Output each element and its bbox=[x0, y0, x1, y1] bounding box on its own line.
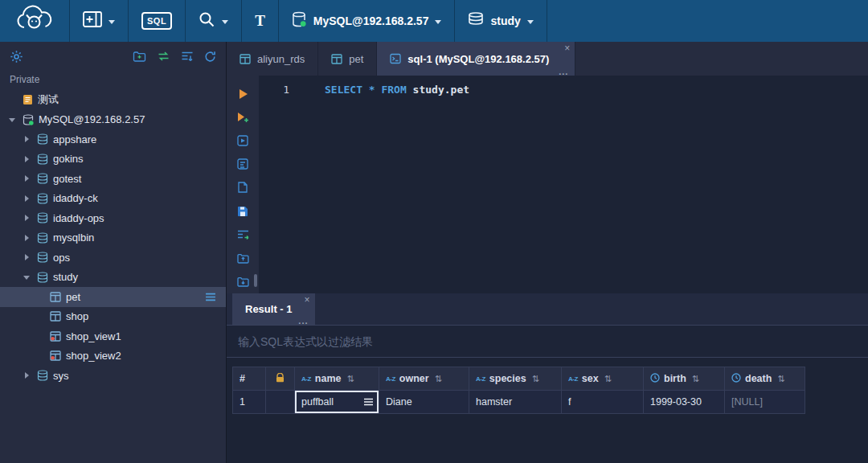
column-header-species[interactable]: A-Zspecies⇅ bbox=[469, 367, 562, 391]
run-file-icon[interactable] bbox=[227, 129, 259, 152]
database-selector[interactable]: study bbox=[455, 0, 546, 42]
tree-item-gotest[interactable]: gotest bbox=[0, 169, 226, 189]
cell-name[interactable]: puffball bbox=[295, 391, 379, 414]
tree-item-label: study bbox=[53, 271, 78, 283]
database-icon bbox=[37, 173, 48, 184]
chevron-right-icon[interactable] bbox=[21, 252, 32, 263]
tree-item-study[interactable]: study bbox=[0, 268, 226, 288]
explain-plan-icon[interactable] bbox=[227, 153, 259, 176]
tree-item-label: pet bbox=[66, 291, 80, 303]
column-header-birth[interactable]: birth⇅ bbox=[644, 367, 725, 391]
chevron-right-icon[interactable] bbox=[21, 193, 32, 204]
tab-sql-1[interactable]: sql-1 (MySQL@192.168.2.57) × ... bbox=[377, 42, 575, 76]
sql-star: * bbox=[369, 84, 375, 96]
run-icon[interactable] bbox=[227, 82, 259, 105]
tree-item-idaddy-ck[interactable]: idaddy-ck bbox=[0, 189, 226, 209]
column-header-owner[interactable]: A-Zowner⇅ bbox=[379, 367, 469, 391]
az-sort-icon: A-Z bbox=[386, 375, 395, 383]
result-tabbar: Result - 1 × ... bbox=[227, 293, 868, 325]
new-sql-button[interactable]: SQL bbox=[129, 0, 185, 42]
run-new-tab-icon[interactable] bbox=[227, 105, 259, 129]
cell-birth[interactable]: 1999-03-30 bbox=[644, 391, 725, 414]
app-logo[interactable] bbox=[0, 0, 69, 42]
tree-item-shop[interactable]: shop bbox=[0, 307, 226, 327]
table-row[interactable]: 1 puffball Diane hamster f 1999-03-30 [N… bbox=[233, 391, 805, 414]
collapse-all-icon[interactable] bbox=[181, 51, 194, 62]
lock-header[interactable] bbox=[266, 367, 295, 391]
tree-item-shop-view1[interactable]: shop_view1 bbox=[0, 326, 226, 346]
tree-item-shop-view2[interactable]: shop_view2 bbox=[0, 346, 226, 367]
chevron-placeholder bbox=[6, 94, 18, 105]
refresh-icon[interactable] bbox=[204, 51, 216, 63]
tree-item-idaddy-ops[interactable]: idaddy-ops bbox=[0, 208, 226, 228]
column-header-sex[interactable]: A-Zsex⇅ bbox=[562, 367, 644, 391]
sort-icon[interactable]: ⇅ bbox=[692, 374, 699, 384]
sidebar-toolbar bbox=[0, 42, 226, 71]
sort-icon[interactable]: ⇅ bbox=[435, 374, 442, 384]
tab-aliyun-rds[interactable]: aliyun_rds bbox=[227, 42, 318, 76]
sort-icon[interactable]: ⇅ bbox=[604, 374, 612, 384]
new-window-button[interactable] bbox=[70, 0, 128, 42]
cell-menu-icon[interactable] bbox=[363, 398, 374, 406]
sort-icon[interactable]: ⇅ bbox=[346, 374, 354, 384]
tree-item-gokins[interactable]: gokins bbox=[0, 150, 226, 170]
scrollbar-thumb[interactable] bbox=[254, 274, 257, 287]
chevron-right-icon[interactable] bbox=[21, 232, 32, 244]
tree-item-mysqlbin[interactable]: mysqlbin bbox=[0, 228, 226, 248]
tree-item-sys[interactable]: sys bbox=[0, 366, 226, 386]
sort-icon[interactable]: ⇅ bbox=[777, 374, 784, 384]
tree-item-appshare[interactable]: appshare bbox=[0, 129, 226, 150]
chevron-down-icon[interactable] bbox=[6, 114, 18, 125]
chevron-right-icon[interactable] bbox=[21, 370, 32, 381]
connection-icon bbox=[23, 114, 34, 125]
cell-row-number[interactable]: 1 bbox=[233, 391, 266, 414]
cell-lock[interactable] bbox=[266, 391, 295, 414]
search-button[interactable] bbox=[186, 0, 241, 42]
settings-gear-icon[interactable] bbox=[10, 50, 23, 64]
tree-item-pet[interactable]: pet bbox=[0, 287, 226, 307]
sort-icon[interactable]: ⇅ bbox=[532, 374, 539, 384]
tree-item-ops[interactable]: ops bbox=[0, 248, 226, 268]
tab-result-1[interactable]: Result - 1 × ... bbox=[232, 293, 315, 325]
cell-owner[interactable]: Diane bbox=[379, 391, 469, 414]
tab-overflow-indicator: ... bbox=[298, 316, 308, 326]
row-number-header[interactable]: # bbox=[233, 367, 266, 391]
tree-item-label: shop_view1 bbox=[66, 330, 121, 342]
text-format-button[interactable]: T bbox=[242, 0, 278, 42]
new-folder-icon[interactable] bbox=[133, 51, 146, 62]
new-document-icon[interactable] bbox=[227, 176, 259, 199]
format-sql-icon[interactable] bbox=[227, 223, 259, 246]
import-icon[interactable] bbox=[227, 247, 259, 270]
az-sort-icon: A-Z bbox=[568, 375, 578, 383]
tree-item-label: gokins bbox=[53, 153, 84, 165]
cell-death[interactable]: [NULL] bbox=[725, 391, 805, 414]
column-header-name[interactable]: A-Zname⇅ bbox=[295, 367, 379, 391]
chevron-right-icon[interactable] bbox=[21, 133, 32, 145]
tab-pet[interactable]: pet bbox=[318, 42, 377, 76]
tree-item-label: mysqlbin bbox=[53, 232, 94, 244]
chevron-right-icon[interactable] bbox=[21, 212, 32, 223]
connection-selector[interactable]: MySQL@192.168.2.57 bbox=[279, 0, 455, 42]
database-icon bbox=[37, 212, 48, 223]
chevron-right-icon[interactable] bbox=[21, 173, 32, 184]
tree-item-test[interactable]: 测试 bbox=[0, 90, 226, 110]
close-icon[interactable]: × bbox=[305, 294, 310, 305]
sql-code[interactable]: SELECT * FROM study.pet bbox=[301, 76, 868, 293]
tree-item-label: 测试 bbox=[38, 92, 59, 107]
chevron-right-icon[interactable] bbox=[21, 154, 32, 165]
database-icon bbox=[37, 370, 48, 381]
cell-species[interactable]: hamster bbox=[469, 391, 562, 414]
row-menu-icon[interactable] bbox=[205, 293, 216, 301]
cell-sex[interactable]: f bbox=[562, 391, 644, 414]
sync-icon[interactable] bbox=[157, 51, 170, 61]
close-icon[interactable]: × bbox=[564, 43, 570, 54]
save-icon[interactable] bbox=[227, 199, 259, 223]
filter-input[interactable] bbox=[227, 335, 868, 348]
tree-item-connection[interactable]: MySQL@192.168.2.57 bbox=[0, 110, 226, 130]
chevron-down-icon bbox=[527, 20, 534, 24]
chevron-down-icon[interactable] bbox=[21, 272, 32, 283]
editor-toolbar bbox=[227, 76, 259, 293]
column-header-death[interactable]: death⇅ bbox=[725, 367, 805, 391]
tree-item-label: idaddy-ck bbox=[53, 192, 98, 204]
section-label: Private bbox=[0, 71, 226, 90]
